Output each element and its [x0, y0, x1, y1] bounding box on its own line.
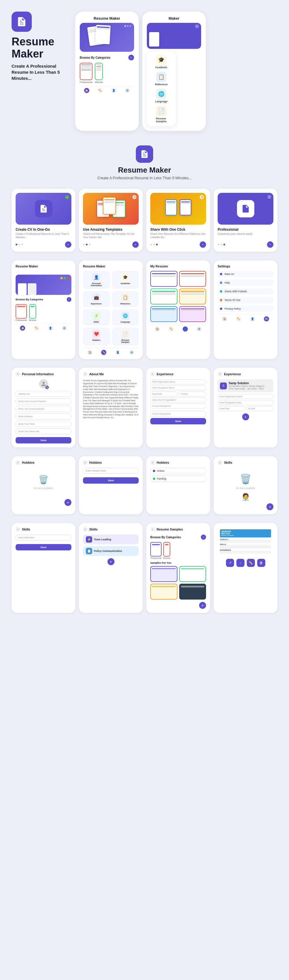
mr-thumb-4[interactable] [179, 288, 206, 304]
mr-thumb-5[interactable] [150, 306, 178, 322]
rm-nav-home[interactable]: 🏠 [20, 326, 25, 331]
jw-action-edit[interactable]: ✏️ [247, 559, 255, 567]
jw-action-share[interactable]: ↗ [226, 559, 234, 567]
hob1-add-btn[interactable]: + [64, 499, 71, 506]
menu-personal-info[interactable]: 👤 PersonalInformation [83, 271, 110, 289]
rs1-browse-arrow[interactable] [201, 535, 206, 540]
settings-nav-user[interactable]: 👤 [250, 316, 255, 321]
settings-share[interactable]: Share With Friends [218, 288, 273, 294]
mr-nav-edit[interactable]: ✏️ [168, 326, 174, 332]
sample-dark[interactable] [179, 584, 206, 600]
exp2-add-btn[interactable]: + [242, 414, 249, 420]
exp1-back-arrow[interactable]: ‹ [150, 372, 155, 376]
exp1-current-employment[interactable]: Current Employment [150, 404, 206, 409]
browse-arrow-btn[interactable] [128, 55, 134, 60]
sample-purple[interactable] [150, 566, 178, 582]
nav-home[interactable]: 🏠 [84, 88, 89, 93]
mr-nav-home[interactable]: 🏠 [155, 326, 160, 332]
rm-browse-arrow[interactable] [67, 297, 71, 302]
side-item-language[interactable]: 🌐 Language [149, 89, 173, 103]
pi-field-position[interactable]: Enter Your Current Position [16, 398, 71, 404]
exp2-back-arrow[interactable]: ‹ [218, 372, 222, 376]
exp1-save-button[interactable]: Save [150, 418, 206, 425]
settings-privacy[interactable]: Privacy Policy [218, 305, 273, 312]
nav-settings[interactable]: ⚙️ [125, 88, 130, 93]
template-minimal[interactable] [95, 63, 103, 80]
exp2-designation-field[interactable]: Enter Designation Name [218, 400, 273, 405]
pi-field-address[interactable]: Enter Address [16, 414, 71, 420]
pi-avatar[interactable] [39, 379, 48, 388]
mr-thumb-6[interactable] [179, 306, 206, 322]
nav-user[interactable]: 👤 [111, 88, 116, 93]
mr-nav-user[interactable]: 👤 [183, 326, 188, 332]
skill2-back-arrow[interactable]: ‹ [83, 527, 87, 531]
settings-nav-edit[interactable]: ✏️ [236, 316, 241, 321]
hobby-tag-painting[interactable]: Painting [150, 476, 206, 482]
exp1-org-field[interactable]: Enter Organisation Name [150, 379, 206, 384]
pi-field-name[interactable]: Jessica Jhc [16, 391, 71, 397]
share-arrow[interactable] [200, 242, 206, 248]
hobby-tag-online[interactable]: Online [150, 468, 206, 474]
pi-field-field[interactable]: Enter Your Field [16, 421, 71, 427]
pi-back-arrow[interactable]: ‹ [16, 372, 20, 376]
rs1-back-arrow[interactable]: ‹ [150, 527, 155, 531]
hob4-back-arrow[interactable]: ‹ [218, 460, 222, 465]
hob2-back-arrow[interactable]: ‹ [83, 460, 87, 465]
settings-nav-home[interactable]: 🏠 [222, 316, 227, 321]
sample-orange[interactable] [150, 584, 178, 600]
exp1-email-date[interactable]: Email Date [150, 391, 178, 396]
settings-help[interactable]: Help [218, 280, 273, 286]
skill1-input[interactable]: Enter Skill Here [16, 535, 71, 541]
create-cv-arrow[interactable] [65, 242, 71, 248]
settings-terms[interactable]: Terms Of Use [218, 297, 273, 303]
menu-resume-samples[interactable]: 📄 ResumeSamples [112, 328, 139, 345]
rm-nav-settings[interactable]: ⚙️ [62, 326, 67, 331]
exp1-description-field[interactable]: Current Employment [150, 411, 206, 417]
exp1-designation-field[interactable]: Enter Designation Name [150, 385, 206, 390]
rs1-add-btn[interactable]: + [199, 602, 206, 609]
skill2-add-btn[interactable]: + [108, 558, 114, 565]
mr-nav-settings[interactable]: ⚙️ [197, 326, 202, 332]
pi-save-button[interactable]: Save [16, 437, 71, 444]
exp1-city-field[interactable]: Enter City Or Organisation [150, 398, 206, 402]
pi-field-email[interactable]: Enter Your Email Address [16, 406, 71, 412]
mr-thumb-1[interactable] [150, 271, 178, 287]
menu-nav-settings[interactable]: ⚙️ [129, 350, 134, 355]
side-item-academic[interactable]: 🎓 Academic [149, 55, 173, 69]
menu-skills[interactable]: ⚡ Skills [83, 309, 110, 325]
rm-nav-user[interactable]: 👤 [48, 326, 53, 331]
menu-experience[interactable]: 💼 Experience [83, 291, 110, 307]
jw-action-download[interactable]: ↓ [237, 559, 245, 567]
menu-language[interactable]: 🌐 Language [112, 309, 139, 325]
menu-hobbies[interactable]: ❤️ Hobbies [83, 328, 110, 345]
side-item-reference[interactable]: 📋 Reference [149, 72, 173, 86]
side-item-resume-samples[interactable]: 📄 ResumeSamples [149, 106, 173, 123]
skill-tag-policy[interactable]: 📋 Policy Communication [83, 546, 139, 556]
exp1-to-date[interactable]: To Date [179, 391, 206, 396]
hob2-save-btn[interactable]: Save [83, 477, 139, 484]
menu-nav-edit[interactable]: ✏️ [101, 350, 106, 355]
feature-4-arrow[interactable] [267, 242, 273, 248]
hob4-add-btn[interactable]: + [267, 503, 273, 510]
mr-thumb-3[interactable] [150, 288, 178, 304]
template-professional[interactable] [80, 63, 92, 80]
rs1-template-professional[interactable] [150, 542, 162, 557]
exp2-email-date[interactable]: Email Date [218, 406, 245, 411]
pi-field-about[interactable]: Enter Your About Me [16, 428, 71, 434]
mr-thumb-2[interactable] [179, 271, 206, 287]
hob2-input-field[interactable]: Enter Hobbies Here [83, 468, 139, 474]
am-back-arrow[interactable]: ‹ [83, 372, 87, 376]
menu-nav-home[interactable]: 🏠 [87, 350, 92, 355]
exp2-org-field[interactable]: Enter Organisation Name [218, 394, 273, 399]
rs1-template-minimal[interactable] [163, 542, 170, 557]
menu-reference[interactable]: 📋 Reference [112, 291, 139, 307]
skill-tag-team-leading[interactable]: ⚡ Team Leading [83, 535, 139, 544]
rm-nav-edit[interactable]: ✏️ [34, 326, 39, 331]
sample-green[interactable] [179, 566, 206, 582]
settings-rate-us[interactable]: Rate Us [218, 271, 273, 277]
menu-nav-user[interactable]: 👤 [115, 350, 121, 355]
hob1-back-arrow[interactable]: ‹ [16, 460, 20, 465]
skill1-save-btn[interactable]: Save [16, 544, 71, 550]
jw-action-delete[interactable]: 🗑 [257, 559, 265, 567]
hob3-back-arrow[interactable]: ‹ [150, 460, 155, 465]
